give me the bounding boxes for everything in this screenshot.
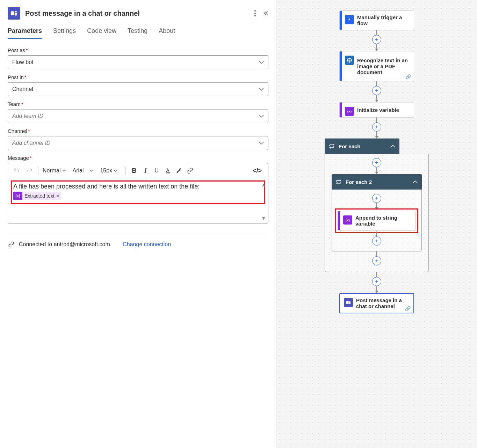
svg-point-8 bbox=[349, 301, 350, 302]
editor-body[interactable]: A file has been processed and here is al… bbox=[8, 178, 268, 223]
select-post-as-value: Flow bot bbox=[12, 59, 33, 65]
select-team[interactable]: Add team ID bbox=[8, 109, 268, 123]
loop-for-each-label: For each bbox=[339, 143, 361, 149]
undo-icon[interactable] bbox=[12, 166, 21, 175]
add-step-button[interactable]: + bbox=[372, 256, 381, 265]
field-post-as: Post as* Flow bot bbox=[8, 47, 268, 69]
chevron-up-icon[interactable] bbox=[390, 145, 395, 148]
svg-point-3 bbox=[254, 13, 256, 14]
style-select[interactable]: Normal bbox=[42, 166, 66, 175]
card-append-label: Append to string variable bbox=[353, 211, 415, 230]
field-team: Team* Add team ID bbox=[8, 101, 268, 123]
loop-icon bbox=[336, 179, 341, 185]
font-color-icon[interactable] bbox=[163, 166, 173, 175]
code-view-toggle[interactable]: </> bbox=[250, 166, 265, 176]
variable-token-extracted-text[interactable]: {x} Extracted text × bbox=[13, 192, 61, 200]
label-post-as: Post as bbox=[8, 47, 25, 53]
label-team: Team bbox=[8, 101, 21, 107]
field-message: Message* Normal Arial 15px B I U bbox=[8, 155, 268, 223]
highlight-annotation: {x} Append to string variable bbox=[335, 208, 418, 233]
chevron-up-icon[interactable] bbox=[413, 180, 418, 183]
panel-title: Post message in a chat or channel bbox=[25, 9, 250, 17]
card-append[interactable]: {x} Append to string variable bbox=[338, 211, 416, 230]
panel-header: Post message in a chat or channel bbox=[8, 7, 268, 20]
tab-about[interactable]: About bbox=[159, 27, 175, 39]
loop-for-each-2-label: For each 2 bbox=[346, 179, 372, 185]
link-icon[interactable] bbox=[185, 166, 195, 175]
action-config-panel: Post message in a chat or channel Parame… bbox=[0, 0, 276, 448]
variable-icon: {x} bbox=[345, 107, 354, 116]
card-ocr[interactable]: Recognize text in an image or a PDF docu… bbox=[339, 51, 414, 81]
underline-icon[interactable]: U bbox=[152, 166, 161, 176]
chevron-down-icon bbox=[259, 61, 264, 64]
field-post-in: Post in* Channel bbox=[8, 74, 268, 96]
select-post-in[interactable]: Channel bbox=[8, 82, 268, 96]
more-icon[interactable] bbox=[254, 10, 256, 16]
teams-icon bbox=[344, 298, 353, 307]
chevron-down-icon bbox=[259, 115, 264, 118]
chevron-down-icon bbox=[259, 142, 264, 144]
placeholder-channel: Add channel ID bbox=[12, 140, 50, 146]
add-step-button[interactable]: + bbox=[372, 277, 381, 286]
add-step-button[interactable]: + bbox=[372, 86, 381, 95]
trigger-icon bbox=[345, 15, 354, 24]
add-step-button[interactable]: + bbox=[372, 194, 381, 203]
add-step-button[interactable]: + bbox=[372, 236, 381, 246]
connection-info: Connected to antrod@microsoft.com. Chang… bbox=[8, 241, 268, 248]
loop-header-for-each-2[interactable]: For each 2 bbox=[332, 174, 422, 190]
size-select[interactable]: 15px bbox=[99, 166, 118, 175]
loop-for-each-2: For each 2 + {x} Append to string variab… bbox=[332, 174, 422, 251]
message-editor: Normal Arial 15px B I U </> A file has b… bbox=[8, 163, 268, 223]
ai-icon bbox=[345, 56, 354, 65]
svg-rect-0 bbox=[11, 12, 14, 15]
tab-testing[interactable]: Testing bbox=[128, 27, 147, 39]
collapse-icon[interactable] bbox=[263, 10, 268, 16]
link-icon: 🔗 bbox=[405, 306, 411, 311]
loop-for-each: For each + For each 2 + bbox=[325, 138, 429, 272]
flow-canvas[interactable]: Manually trigger a flow + Recognize text… bbox=[276, 0, 477, 448]
card-init-var[interactable]: {x} Initialize variable bbox=[339, 102, 414, 118]
connection-account: antrod@microsoft.com bbox=[54, 241, 110, 247]
highlight-icon[interactable] bbox=[174, 166, 184, 175]
editor-toolbar: Normal Arial 15px B I U </> bbox=[8, 163, 268, 178]
add-step-button[interactable]: + bbox=[372, 35, 381, 44]
card-trigger-label: Manually trigger a flow bbox=[355, 11, 414, 30]
italic-icon[interactable]: I bbox=[140, 165, 150, 176]
scroll-up-icon[interactable]: ▲ bbox=[261, 182, 266, 187]
field-channel: Channel* Add channel ID bbox=[8, 128, 268, 150]
card-ocr-label: Recognize text in an image or a PDF docu… bbox=[355, 51, 414, 81]
label-post-in: Post in bbox=[8, 74, 24, 80]
tab-code-view[interactable]: Code view bbox=[87, 27, 116, 39]
link-icon: 🔗 bbox=[405, 74, 411, 79]
select-post-as[interactable]: Flow bot bbox=[8, 55, 268, 69]
bold-icon[interactable]: B bbox=[129, 165, 139, 176]
tab-settings[interactable]: Settings bbox=[53, 27, 76, 39]
card-trigger[interactable]: Manually trigger a flow bbox=[339, 10, 414, 30]
svg-point-2 bbox=[254, 10, 256, 12]
card-post-message[interactable]: Post message in a chat or channel 🔗 bbox=[339, 293, 414, 313]
scroll-down-icon[interactable]: ▼ bbox=[261, 215, 266, 221]
change-connection-link[interactable]: Change connection bbox=[123, 241, 171, 248]
tab-parameters[interactable]: Parameters bbox=[8, 27, 42, 39]
redo-icon[interactable] bbox=[25, 166, 35, 175]
label-message: Message bbox=[8, 155, 29, 161]
select-channel[interactable]: Add channel ID bbox=[8, 136, 268, 150]
message-text: A file has been processed and here is al… bbox=[13, 183, 263, 190]
placeholder-team: Add team ID bbox=[12, 113, 43, 119]
loop-header-for-each[interactable]: For each bbox=[325, 138, 399, 154]
font-select[interactable]: Arial bbox=[72, 166, 94, 175]
tabs: Parameters Settings Code view Testing Ab… bbox=[8, 27, 268, 40]
add-step-button[interactable]: + bbox=[372, 158, 381, 167]
close-icon[interactable]: × bbox=[57, 193, 62, 199]
highlight-annotation: A file has been processed and here is al… bbox=[11, 180, 265, 204]
add-step-button[interactable]: + bbox=[372, 122, 381, 131]
chevron-down-icon bbox=[259, 88, 264, 91]
svg-point-4 bbox=[254, 15, 256, 16]
svg-rect-7 bbox=[346, 301, 348, 304]
variable-icon: {x} bbox=[13, 192, 22, 200]
teams-icon bbox=[8, 7, 20, 20]
variable-token-label: Extracted text bbox=[22, 193, 57, 199]
variable-icon: {x} bbox=[343, 215, 352, 225]
select-post-in-value: Channel bbox=[12, 86, 33, 92]
loop-icon bbox=[329, 143, 334, 149]
